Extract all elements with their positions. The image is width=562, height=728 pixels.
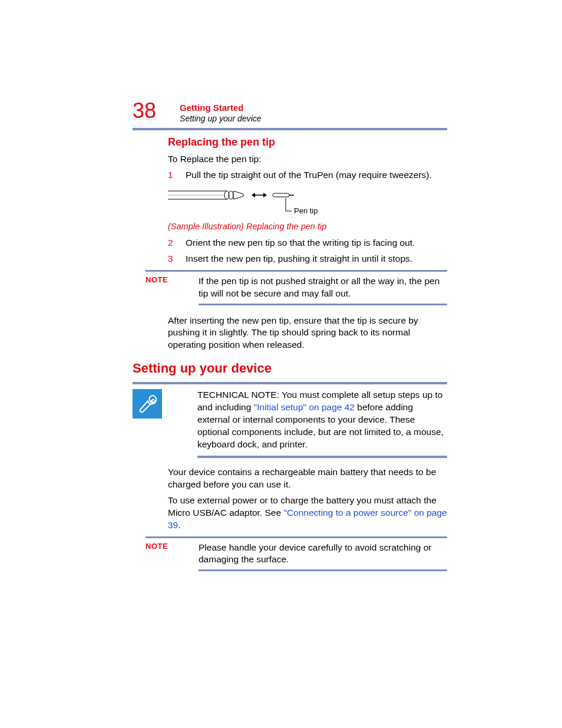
tech-note-row: TECHNICAL NOTE: You must complete all se… xyxy=(133,384,447,456)
header-text-block: Getting Started Setting up your device xyxy=(180,100,262,123)
note-row: NOTE Please handle your device carefully… xyxy=(146,538,447,570)
running-head: Setting up your device xyxy=(180,114,262,123)
subheading-replacing-pen-tip: Replacing the pen tip xyxy=(168,136,447,149)
note-row: NOTE If the pen tip is not pushed straig… xyxy=(146,272,447,304)
header-rule xyxy=(133,128,447,130)
note-text: Please handle your device carefully to a… xyxy=(199,542,447,566)
body-text: To use external power or to charge the b… xyxy=(168,495,447,532)
step-text: Insert the new pen tip, pushing it strai… xyxy=(186,253,447,265)
pen-illustration-svg: Pen tip xyxy=(168,186,321,217)
note-box-1: NOTE If the pen tip is not pushed straig… xyxy=(133,270,447,305)
page-number: 38 xyxy=(133,100,156,121)
step-number: 2 xyxy=(168,237,186,249)
note-rule xyxy=(199,304,447,305)
list-item: 3 Insert the new pen tip, pushing it str… xyxy=(168,253,447,265)
note-rule xyxy=(199,569,447,571)
pen-tip-illustration: Pen tip xyxy=(168,186,447,219)
page-header: 38 Getting Started Setting up your devic… xyxy=(133,100,447,123)
list-item: 2 Orient the new pen tip so that the wri… xyxy=(168,237,447,249)
step-list: 1 Pull the tip straight out of the TruPe… xyxy=(168,169,447,182)
wrench-icon xyxy=(133,389,162,419)
body-text: After inserting the new pen tip, ensure … xyxy=(168,315,447,352)
intro-text: To Replace the pen tip: xyxy=(168,153,447,166)
note-label: NOTE xyxy=(146,542,199,566)
technical-note-box: TECHNICAL NOTE: You must complete all se… xyxy=(133,382,447,458)
body-text: Your device contains a rechargeable main… xyxy=(168,466,447,491)
note-text: If the pen tip is not pushed straight or… xyxy=(199,275,447,300)
heading-setting-up-device: Setting up your device xyxy=(133,361,447,376)
step-number: 3 xyxy=(168,253,186,265)
chapter-title: Getting Started xyxy=(180,103,262,113)
body3-post: . xyxy=(178,520,180,530)
note-box-2: NOTE Please handle your device carefully… xyxy=(133,536,447,572)
list-item: 1 Pull the tip straight out of the TruPe… xyxy=(168,169,447,182)
figure-caption: (Sample Illustration) Replacing the pen … xyxy=(168,222,447,231)
step-number: 1 xyxy=(168,169,186,182)
tech-note-rule xyxy=(197,456,447,458)
tech-note-text: TECHNICAL NOTE: You must complete all se… xyxy=(197,389,447,451)
svg-rect-6 xyxy=(273,193,289,197)
link-initial-setup[interactable]: "Initial setup" on page 42 xyxy=(254,402,355,412)
note-label: NOTE xyxy=(146,275,199,300)
step-list-cont: 2 Orient the new pen tip so that the wri… xyxy=(168,237,447,265)
step-text: Pull the tip straight out of the TruPen … xyxy=(186,169,447,182)
step-text: Orient the new pen tip so that the writi… xyxy=(186,237,447,249)
pen-tip-callout-label: Pen tip xyxy=(294,206,318,215)
document-page: 38 Getting Started Setting up your devic… xyxy=(0,0,562,728)
